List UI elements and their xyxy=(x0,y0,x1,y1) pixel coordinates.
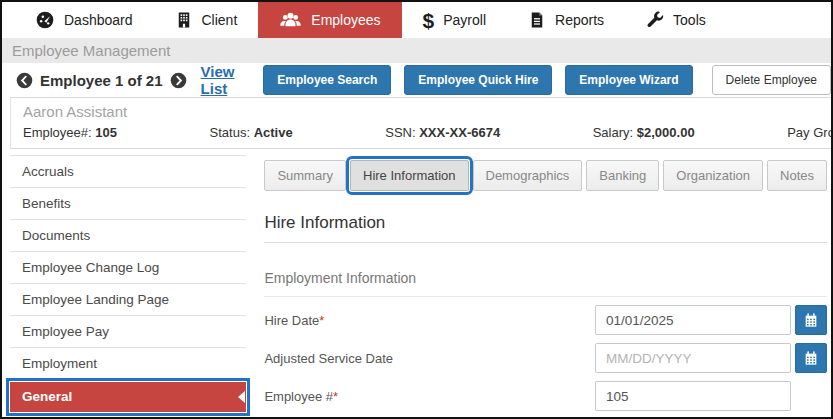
nav-item-client[interactable]: Client xyxy=(154,2,259,38)
nav-item-label: Client xyxy=(202,12,238,28)
calendar-icon xyxy=(803,312,819,328)
sidebar-item-employment[interactable]: Employment xyxy=(10,348,246,380)
app-window: Dashboard Client Employees $ Payroll Rep… xyxy=(0,0,833,419)
sidebar-item-general[interactable]: General xyxy=(10,382,246,412)
employee-name: Aaron Assistant xyxy=(11,98,831,120)
next-employee-button[interactable] xyxy=(170,72,187,89)
tab-banking[interactable]: Banking xyxy=(586,160,659,191)
sidebar-item-employee-pay[interactable]: Employee Pay xyxy=(10,316,246,348)
top-nav: Dashboard Client Employees $ Payroll Rep… xyxy=(2,2,831,38)
calendar-icon xyxy=(803,350,819,366)
nav-item-label: Employees xyxy=(311,12,380,28)
page-title: Employee Management xyxy=(2,38,831,63)
pay-group-detail: Pay Group: xyxy=(787,125,831,140)
nav-item-reports[interactable]: Reports xyxy=(507,2,625,38)
delete-employee-button[interactable]: Delete Employee xyxy=(712,65,831,95)
nav-item-tools[interactable]: Tools xyxy=(625,2,727,38)
hire-date-input[interactable] xyxy=(595,305,791,335)
employee-wizard-button[interactable]: Employee Wizard xyxy=(565,65,692,95)
adjusted-service-date-label: Adjusted Service Date xyxy=(264,351,595,366)
sidebar-item-employee-change-log[interactable]: Employee Change Log xyxy=(10,252,246,284)
tab-notes[interactable]: Notes xyxy=(767,160,827,191)
adjusted-service-date-row: Adjusted Service Date xyxy=(264,343,827,373)
nav-item-dashboard[interactable]: Dashboard xyxy=(14,2,154,38)
subsection-title: Employment Information xyxy=(264,270,827,297)
adjusted-service-date-input[interactable] xyxy=(595,343,791,373)
employee-banner: Aaron Assistant Employee#: 105 Status: A… xyxy=(10,97,831,149)
employee-number-row: Employee #* xyxy=(264,381,827,411)
ssn-detail: SSN: XXX-XX-6674 xyxy=(385,125,500,140)
tab-bar: Summary Hire Information Demographics Ba… xyxy=(264,160,827,191)
client-icon xyxy=(175,11,193,29)
sidebar-item-benefits[interactable]: Benefits xyxy=(10,188,246,220)
section-title: Hire Information xyxy=(264,213,827,243)
record-position-label: Employee 1 of 21 xyxy=(40,72,163,89)
dashboard-icon xyxy=(35,10,55,30)
nav-item-label: Payroll xyxy=(443,12,486,28)
adjusted-service-date-calendar-button[interactable] xyxy=(795,343,827,373)
nav-item-label: Reports xyxy=(555,12,604,28)
nav-item-label: Dashboard xyxy=(64,12,133,28)
previous-employee-button[interactable] xyxy=(16,72,33,89)
sidebar-item-documents[interactable]: Documents xyxy=(10,220,246,252)
sidebar: Accruals Benefits Documents Employee Cha… xyxy=(10,155,246,412)
salary-detail: Salary: $2,000.00 xyxy=(593,125,695,140)
reports-icon xyxy=(528,11,546,29)
employee-search-button[interactable]: Employee Search xyxy=(263,65,391,95)
employees-icon xyxy=(279,9,302,32)
employee-quick-hire-button[interactable]: Employee Quick Hire xyxy=(404,65,552,95)
sidebar-item-employee-landing-page[interactable]: Employee Landing Page xyxy=(10,284,246,316)
tab-organization[interactable]: Organization xyxy=(663,160,763,191)
calendar-spacer xyxy=(791,381,827,411)
employee-number-label: Employee #* xyxy=(264,389,595,404)
view-list-link[interactable]: View List xyxy=(201,63,251,97)
status-detail: Status: Active xyxy=(210,125,293,140)
sidebar-item-accruals[interactable]: Accruals xyxy=(10,156,246,188)
employee-number-input[interactable] xyxy=(595,381,791,411)
payroll-icon: $ xyxy=(423,10,435,31)
main-area: Accruals Benefits Documents Employee Cha… xyxy=(2,155,831,412)
tab-hire-information[interactable]: Hire Information xyxy=(350,160,468,191)
tab-summary[interactable]: Summary xyxy=(264,160,346,191)
tools-icon xyxy=(646,11,664,29)
hire-date-label: Hire Date* xyxy=(264,313,595,328)
tab-demographics[interactable]: Demographics xyxy=(473,160,583,191)
hire-date-calendar-button[interactable] xyxy=(795,305,827,335)
employee-details-row: Employee#: 105 Status: Active SSN: XXX-X… xyxy=(11,120,831,148)
nav-item-label: Tools xyxy=(673,12,706,28)
employee-number-detail: Employee#: 105 xyxy=(23,125,117,140)
nav-item-payroll[interactable]: $ Payroll xyxy=(402,2,507,38)
record-toolbar: Employee 1 of 21 View List Employee Sear… xyxy=(2,63,831,97)
hire-date-row: Hire Date* xyxy=(264,305,827,335)
nav-item-employees[interactable]: Employees xyxy=(258,2,401,38)
content-panel: Summary Hire Information Demographics Ba… xyxy=(246,155,831,412)
